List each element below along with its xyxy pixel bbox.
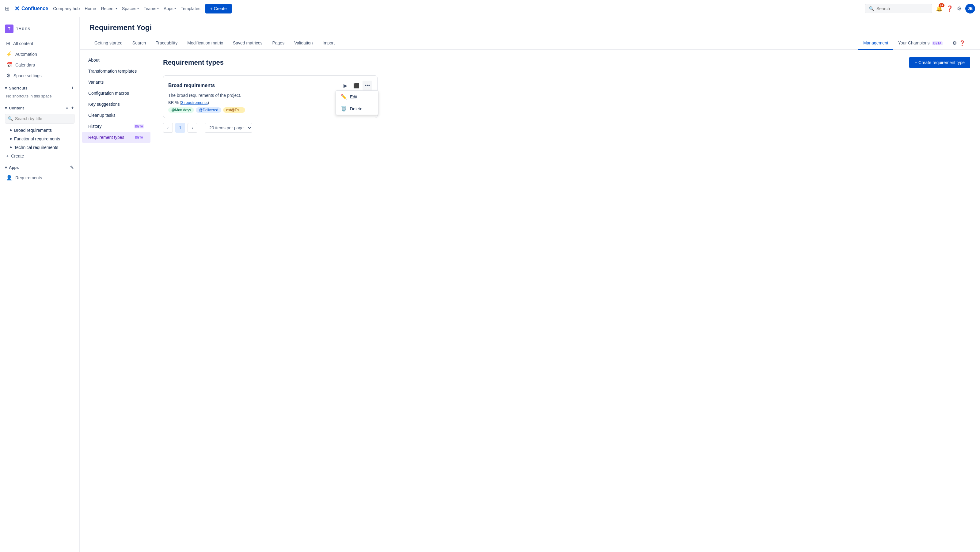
help-icon[interactable]: ❓ [946, 5, 953, 12]
notification-badge: 9+ [939, 3, 945, 7]
tab-pages[interactable]: Pages [267, 37, 289, 50]
sidebar-create-item[interactable]: + Create [2, 152, 77, 160]
sidebar-item-calendars[interactable]: 📅 Calendars [2, 59, 77, 70]
tab-import[interactable]: Import [318, 37, 340, 50]
sidebar: T TYPES ⊞ All content ⚡ Automation 📅 Cal… [0, 17, 80, 552]
left-panel: About Transformation templates Variants … [80, 50, 153, 550]
panel-item-about[interactable]: About [82, 54, 151, 65]
panel-item-history[interactable]: History BETA [82, 121, 151, 132]
nav-templates[interactable]: Templates [181, 6, 200, 11]
req-types-beta-badge: BETA [134, 135, 144, 140]
panel-item-transformation-templates[interactable]: Transformation templates [82, 65, 151, 76]
panel-item-requirement-types[interactable]: Requirement types BETA [82, 132, 151, 143]
settings-icon-btn[interactable]: ⚙ [953, 40, 957, 46]
next-page-btn[interactable]: › [188, 123, 197, 133]
requirement-types-title: Requirement types [163, 59, 224, 67]
avatar[interactable]: JB [965, 4, 975, 13]
help-icon-btn[interactable]: ❓ [959, 40, 965, 46]
right-panel-header: Requirement types + Create requirement t… [163, 57, 970, 68]
tab-validation[interactable]: Validation [289, 37, 318, 50]
settings-icon[interactable]: ⚙ [957, 5, 962, 12]
top-navigation: ⊞ ✕ Confluence Company hub Home Recent ▾… [0, 0, 980, 17]
dropdown-menu: ✏️ Edit 🗑️ Delete [336, 91, 379, 115]
sidebar-item-all-content[interactable]: ⊞ All content [2, 38, 77, 49]
search-icon: 🔍 [869, 6, 874, 11]
grid-icon: ⊞ [6, 40, 10, 46]
page-header: Requirement Yogi [80, 17, 980, 32]
more-options-btn[interactable]: ••• [363, 81, 372, 91]
right-panel: Requirement types + Create requirement t… [153, 50, 980, 550]
shortcuts-label: Shortcuts [9, 86, 27, 91]
space-icon: T [5, 24, 13, 33]
req-card-header: Broad requirements ▶ ⬛ ••• [168, 81, 372, 91]
content-area: About Transformation templates Variants … [80, 50, 980, 550]
nav-company-hub[interactable]: Company hub [53, 6, 80, 11]
sidebar-item-broad-requirements[interactable]: Broad requirements [2, 126, 77, 135]
main-content: Requirement Yogi Getting started Search … [80, 17, 980, 552]
apps-section[interactable]: ▾ Apps ✎ [2, 160, 77, 172]
tab-saved-matrices[interactable]: Saved matrices [228, 37, 267, 50]
tab-search[interactable]: Search [127, 37, 151, 50]
sidebar-item-requirements[interactable]: 👤 Requirements [2, 172, 77, 183]
no-shortcuts-text: No shortcuts in this space [2, 92, 77, 101]
sidebar-item-space-settings[interactable]: ⚙ Space settings [2, 70, 77, 81]
confluence-icon: ✕ [14, 5, 20, 12]
tab-management[interactable]: Management [858, 37, 893, 50]
confluence-logo[interactable]: ✕ Confluence [14, 5, 48, 12]
search-box[interactable]: 🔍 [865, 4, 932, 13]
nav-spaces[interactable]: Spaces ▾ [122, 6, 139, 11]
prev-page-btn[interactable]: ‹ [163, 123, 173, 133]
play-icon-btn[interactable]: ▶ [340, 81, 350, 91]
req-card-actions: ▶ ⬛ ••• [340, 81, 372, 91]
search-icon: 🔍 [8, 116, 13, 121]
settings-icon: ⚙ [6, 73, 10, 78]
content-section[interactable]: ▾ Content ≡ + [2, 101, 77, 113]
panel-item-configuration-macros[interactable]: Configuration macros [82, 87, 151, 99]
nav-teams[interactable]: Teams ▾ [144, 6, 159, 11]
content-search-input[interactable] [5, 114, 75, 124]
panel-item-cleanup-tasks[interactable]: Cleanup tasks [82, 110, 151, 121]
create-button[interactable]: + Create [205, 4, 232, 13]
dropdown-delete[interactable]: 🗑️ Delete [336, 103, 378, 115]
edit-icon: ✏️ [341, 94, 347, 100]
delete-icon: 🗑️ [341, 106, 347, 111]
panel-item-key-suggestions[interactable]: Key suggestions [82, 99, 151, 110]
items-per-page-select[interactable]: 20 items per page [205, 123, 252, 133]
tab-getting-started[interactable]: Getting started [89, 37, 127, 50]
sidebar-item-functional-requirements[interactable]: Functional requirements [2, 135, 77, 143]
panel-item-variants[interactable]: Variants [82, 76, 151, 87]
chevron-down-icon: ▾ [5, 165, 7, 170]
tab-your-champions[interactable]: Your Champions BETA [893, 37, 948, 50]
tag-ext: ext@Es... [223, 107, 245, 113]
sidebar-item-technical-requirements[interactable]: Technical requirements [2, 143, 77, 152]
dropdown-edit[interactable]: ✏️ Edit [336, 91, 378, 103]
notification-bell[interactable]: 🔔 9+ [936, 5, 943, 12]
grid-icon[interactable]: ⊞ [5, 5, 10, 12]
tab-icon-group: ⚙ ❓ [948, 37, 970, 49]
requirement-card: Broad requirements ▶ ⬛ ••• The broad req… [163, 75, 377, 118]
edit-apps-button[interactable]: ✎ [69, 164, 75, 171]
tag-delivered: @Delivered [196, 107, 221, 113]
nav-apps[interactable]: Apps ▾ [164, 6, 176, 11]
lightning-icon: ⚡ [6, 51, 12, 57]
tag-man-days: @Man days [168, 107, 194, 113]
create-requirement-type-button[interactable]: + Create requirement type [909, 57, 970, 68]
sidebar-item-automation[interactable]: ⚡ Automation [2, 49, 77, 59]
person-icon: 👤 [6, 175, 12, 181]
shortcuts-section[interactable]: ▾ Shortcuts + [2, 81, 77, 92]
search-input[interactable] [877, 6, 928, 11]
export-icon-btn[interactable]: ⬛ [352, 81, 361, 91]
filter-content-button[interactable]: ≡ [65, 105, 69, 111]
plus-icon: + [6, 154, 9, 159]
requirements-link[interactable]: 3 requirements [181, 100, 208, 105]
tab-traceability[interactable]: Traceability [151, 37, 182, 50]
nav-home[interactable]: Home [84, 6, 96, 11]
current-page: 1 [175, 123, 185, 133]
space-name: TYPES [16, 27, 31, 31]
tab-modification-matrix[interactable]: Modification matrix [182, 37, 228, 50]
add-content-button[interactable]: + [70, 105, 75, 111]
content-label: Content [9, 106, 24, 110]
add-shortcut-button[interactable]: + [70, 84, 75, 91]
nav-recent[interactable]: Recent ▾ [101, 6, 117, 11]
chevron-down-icon: ▾ [5, 86, 7, 91]
